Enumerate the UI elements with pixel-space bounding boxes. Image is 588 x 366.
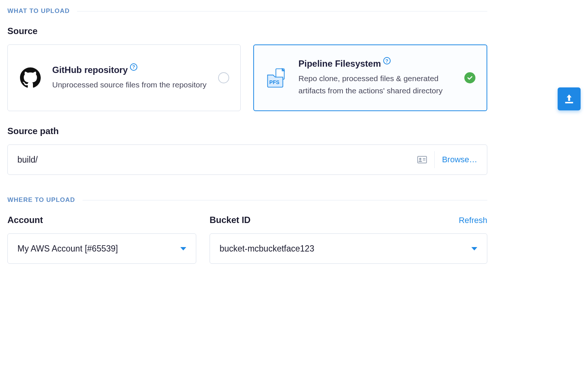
source-option-pfs[interactable]: PFS Pipeline Filesystem ? Repo clone, pr… bbox=[253, 44, 487, 111]
section-header-what: WHAT TO UPLOAD bbox=[7, 7, 487, 15]
source-label: Source bbox=[7, 26, 487, 36]
divider bbox=[434, 151, 435, 168]
source-path-input[interactable] bbox=[17, 155, 417, 165]
card-desc: Unprocessed source files from the reposi… bbox=[52, 79, 208, 91]
github-icon bbox=[19, 67, 42, 88]
section-title: WHAT TO UPLOAD bbox=[7, 7, 70, 15]
chevron-down-icon bbox=[471, 247, 477, 250]
card-desc: Repo clone, processed files & generated … bbox=[298, 73, 454, 97]
browse-button[interactable]: Browse… bbox=[442, 155, 477, 164]
card-title: Pipeline Filesystem bbox=[298, 59, 381, 69]
card-title: GitHub repository bbox=[52, 65, 128, 75]
checkmark-selected-icon bbox=[464, 72, 475, 83]
svg-text:PFS: PFS bbox=[269, 79, 279, 85]
help-icon[interactable]: ? bbox=[130, 63, 137, 71]
svg-point-3 bbox=[419, 158, 421, 160]
upload-button[interactable] bbox=[558, 87, 581, 110]
contact-card-icon bbox=[417, 156, 427, 163]
section-header-where: WHERE TO UPLOAD bbox=[7, 196, 487, 204]
divider bbox=[77, 11, 487, 11]
source-option-github[interactable]: GitHub repository ? Unprocessed source f… bbox=[7, 44, 241, 111]
account-value: My AWS Account [#65539] bbox=[17, 244, 118, 254]
bucket-label: Bucket ID bbox=[210, 215, 251, 225]
section-title: WHERE TO UPLOAD bbox=[7, 196, 75, 204]
bucket-value: bucket-mcbucketface123 bbox=[220, 244, 314, 254]
help-icon[interactable]: ? bbox=[383, 57, 391, 64]
divider bbox=[83, 200, 487, 200]
account-select[interactable]: My AWS Account [#65539] bbox=[7, 233, 196, 264]
account-label: Account bbox=[7, 215, 43, 225]
chevron-down-icon bbox=[180, 247, 186, 250]
refresh-button[interactable]: Refresh bbox=[459, 216, 487, 225]
source-path-label: Source path bbox=[7, 126, 487, 136]
pfs-icon: PFS bbox=[265, 67, 288, 89]
source-path-field[interactable]: Browse… bbox=[7, 144, 487, 175]
upload-icon bbox=[563, 93, 575, 105]
radio-unselected-icon bbox=[218, 72, 229, 83]
bucket-select[interactable]: bucket-mcbucketface123 bbox=[210, 233, 487, 264]
